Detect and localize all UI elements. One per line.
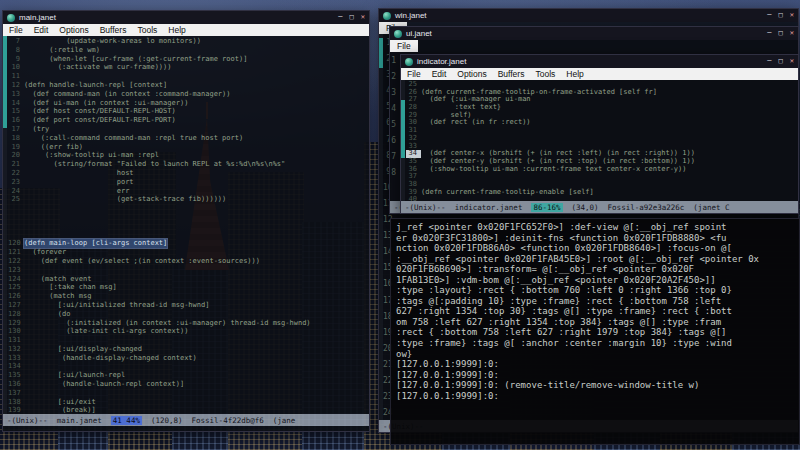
menubar[interactable]: FileEditOptionsBuffersToolsHelp [3,24,369,36]
code-text: (:initialized (in context :ui-manager) t… [24,319,311,328]
line-number: 1 [390,53,400,69]
window-indicator-janet[interactable]: indicator.janet ─ □ ✕ FileEditOptionsBuf… [400,54,799,214]
code-line: 20 (:show-tooltip ui-man :repl [8,151,369,160]
menu-item[interactable]: Buffers [498,69,525,79]
titlebar[interactable]: indicator.janet ─ □ ✕ [401,55,798,68]
code-line: 12 (defn handle-launch-repl [context] [8,81,369,90]
minimize-button[interactable]: ─ [338,14,342,21]
code-line: 17 (try [8,125,369,134]
scrollbar[interactable] [3,36,7,414]
code-text: (late-init cli-args context)) [24,327,188,336]
code-line: 16 (def port const/DEFAULT-REPL-PORT) [8,116,369,125]
menu-item[interactable]: File [407,69,421,79]
code-line: 136 (handle-launch-repl context)] [8,380,369,389]
line-number: 21 [8,160,24,169]
code-text: (do [24,310,70,319]
code-text: [:ui/initialized thread-id msg-hwnd] [24,301,209,310]
scrollbar-thumb[interactable] [3,36,7,128]
minimize-button[interactable]: ─ [767,12,771,19]
maximize-button[interactable]: □ [779,12,783,19]
close-button[interactable]: ✕ [790,12,794,19]
terminal-line: 020F1FB6B690>] :transform= @[:__obj_ref … [396,264,799,275]
menu-item[interactable]: Edit [34,25,49,35]
window-main-janet[interactable]: main.janet ─ □ ✕ FileEditOptionsBuffersT… [2,10,370,432]
close-button[interactable]: ✕ [790,58,794,65]
code-line: 139 (break)] [8,406,369,414]
code-text: ((err fib) [24,143,83,152]
desktop: win.janet ─ □ ✕ File 1234567891011121314… [0,0,800,450]
code-line: 10 (:activate wm cur-frame)))) [8,63,369,72]
line-number: 13 [8,90,24,99]
minimize-button[interactable]: ─ [767,58,771,65]
editor-buffer[interactable]: 25 26 (defn current-frame-tooltip-on-fra… [401,80,798,201]
line-number: 136 [8,380,24,389]
code-text: [:ui/launch-repl [24,371,125,380]
titlebar[interactable]: main.janet ─ □ ✕ [3,11,369,24]
line-number: 5 [390,117,400,133]
line-number: 6 [390,133,400,149]
line-number: 122 [8,257,24,266]
code-area: 25 26 (defn current-frame-tooltip-on-fra… [406,81,798,201]
line-number: 9 [8,55,24,64]
line-number: 15 [8,107,24,116]
code-text: (defn current-frame-tooltip-enable [self… [421,189,594,197]
code-text: (match event [24,275,91,284]
menu-item[interactable]: File [390,40,418,52]
menu-item[interactable]: File [9,25,23,35]
code-text: (:retile wm) [24,46,100,55]
menubar[interactable]: FileEditOptionsBuffersToolsHelp [401,68,798,80]
minimize-button[interactable]: ─ [767,30,771,37]
menubar[interactable]: File [390,40,798,52]
code-text: (:show-tooltip ui-man :repl [24,151,159,160]
titlebar[interactable]: win.janet ─ □ ✕ [379,9,798,22]
line-number: 20 [8,151,24,160]
terminal-line: :tags @[:padding 10} :type :frame} :rect… [396,296,799,307]
line-number: 126 [8,292,24,301]
maximize-button[interactable]: □ [779,58,783,65]
scrollbar-thumb[interactable] [379,38,383,68]
code-line: 9 (when-let [cur-frame (:get-current-fra… [8,55,369,64]
menu-item[interactable]: Edit [432,69,447,79]
line-number: 11 [8,72,24,81]
terminal-line: 627 :right 1354 :top 30} :tags @[] :type… [396,306,799,317]
code-line: 40 [406,196,798,201]
scrollbar[interactable] [379,34,383,420]
code-line: 129 (:initialized (in context :ui-manage… [8,319,369,328]
maximize-button[interactable]: □ [779,30,783,37]
close-button[interactable]: ✕ [361,14,365,21]
line-number: 7 [390,149,400,165]
major-mode: (janet C [693,203,729,212]
repl-terminal-window[interactable]: j_ref <pointer 0x020F1FC652F0>] :def-vie… [390,218,800,445]
scrollbar[interactable] [401,80,405,201]
menu-item[interactable]: Help [566,69,583,79]
titlebar[interactable]: ui.janet ─ □ ✕ [390,27,798,40]
code-text: (def command-man (in context :command-ma… [24,90,231,99]
menu-item[interactable]: Options [457,69,486,79]
menu-item[interactable]: Tools [137,25,157,35]
close-button[interactable]: ✕ [790,30,794,37]
menu-item[interactable]: Options [59,25,88,35]
line-number: 131 [8,336,24,345]
code-line [8,213,369,222]
code-line [8,222,369,231]
line-number: 18 [8,134,24,143]
menu-item[interactable]: Help [168,25,185,35]
editor-buffer[interactable]: 7 (update-work-areas lo monitors)) 8 (:r… [3,36,369,414]
menu-item[interactable]: Tools [535,69,555,79]
line-number: 132 [8,345,24,354]
code-line: 22 host [8,169,369,178]
menu-item[interactable]: Buffers [100,25,127,35]
code-text: err [24,187,129,196]
terminal-output: j_ref <pointer 0x020F1FC652F0>] :def-vie… [396,222,799,401]
terminal-line: ow} [396,349,799,360]
code-line [8,231,369,240]
line-number: 2 [390,69,400,85]
line-number: 129 [8,319,24,328]
code-line: 121 (forever [8,248,369,257]
scrollbar-thumb[interactable] [401,100,405,158]
code-line: 18 (:call-command command-man :repl true… [8,134,369,143]
window-title: main.janet [19,13,56,22]
maximize-button[interactable]: □ [350,14,354,21]
line-number: 7 [8,37,24,46]
terminal-line: j_ref <pointer 0x020F1FC652F0>] :def-vie… [396,222,799,233]
